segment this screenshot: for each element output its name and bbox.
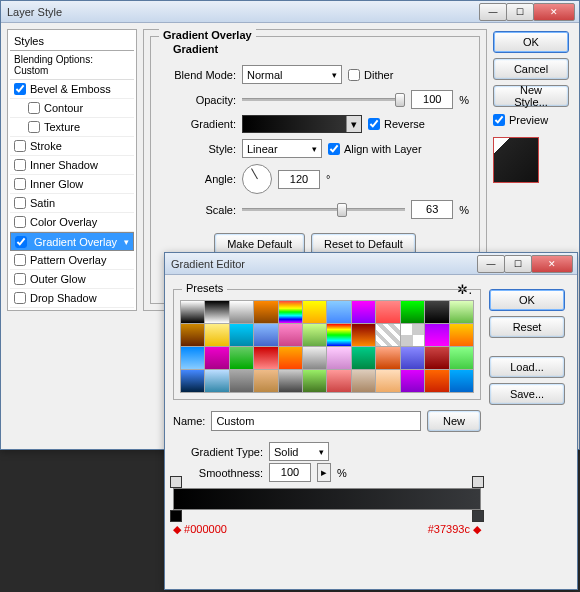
align-checkbox[interactable] <box>328 143 340 155</box>
close-button[interactable]: ✕ <box>533 3 575 21</box>
style-item-contour[interactable]: Contour <box>10 99 134 118</box>
preset-swatch[interactable] <box>352 370 375 392</box>
opacity-slider[interactable] <box>242 92 405 108</box>
preset-swatch[interactable] <box>352 324 375 346</box>
preset-swatch[interactable] <box>401 301 424 323</box>
style-item-drop-shadow[interactable]: Drop Shadow <box>10 289 134 308</box>
style-checkbox[interactable] <box>14 140 26 152</box>
style-item-pattern-overlay[interactable]: Pattern Overlay <box>10 251 134 270</box>
style-checkbox[interactable] <box>14 292 26 304</box>
preset-swatch[interactable] <box>230 370 253 392</box>
ge-maximize-button[interactable]: ☐ <box>504 255 532 273</box>
color-stop-right[interactable] <box>472 510 484 522</box>
style-checkbox[interactable] <box>28 102 40 114</box>
ge-save-button[interactable]: Save... <box>489 383 565 405</box>
presets-menu-icon[interactable]: ✲. <box>457 282 472 297</box>
preset-swatch[interactable] <box>279 324 302 346</box>
style-checkbox[interactable] <box>14 254 26 266</box>
preset-swatch[interactable] <box>254 301 277 323</box>
style-item-color-overlay[interactable]: Color Overlay <box>10 213 134 232</box>
new-style-button[interactable]: New Style... <box>493 85 569 107</box>
ge-close-button[interactable]: ✕ <box>531 255 573 273</box>
preset-swatch[interactable] <box>376 301 399 323</box>
gradient-bar[interactable] <box>173 488 481 510</box>
scale-slider[interactable] <box>242 202 405 218</box>
style-checkbox[interactable] <box>14 216 26 228</box>
preset-swatch[interactable] <box>230 301 253 323</box>
style-checkbox[interactable] <box>14 159 26 171</box>
preset-swatch[interactable] <box>425 347 448 369</box>
style-checkbox[interactable] <box>14 273 26 285</box>
preset-swatch[interactable] <box>425 370 448 392</box>
preset-swatch[interactable] <box>401 370 424 392</box>
style-checkbox[interactable] <box>28 121 40 133</box>
style-item-gradient-overlay[interactable]: Gradient Overlay <box>10 232 134 251</box>
preset-swatch[interactable] <box>376 347 399 369</box>
preset-swatch[interactable] <box>205 347 228 369</box>
angle-input[interactable]: 120 <box>278 170 320 189</box>
preset-swatch[interactable] <box>181 301 204 323</box>
styles-header[interactable]: Styles <box>10 32 134 51</box>
preset-swatch[interactable] <box>205 370 228 392</box>
ge-titlebar[interactable]: Gradient Editor — ☐ ✕ <box>165 253 577 275</box>
preset-swatch[interactable] <box>205 324 228 346</box>
blending-options[interactable]: Blending Options: Custom <box>10 51 134 80</box>
smooth-input[interactable]: 100 <box>269 463 311 482</box>
angle-dial[interactable] <box>242 164 272 194</box>
preset-swatch[interactable] <box>254 324 277 346</box>
preset-swatch[interactable] <box>327 301 350 323</box>
style-item-inner-shadow[interactable]: Inner Shadow <box>10 156 134 175</box>
preset-swatch[interactable] <box>450 301 473 323</box>
dither-checkbox[interactable] <box>348 69 360 81</box>
preset-swatch[interactable] <box>303 370 326 392</box>
ge-reset-button[interactable]: Reset <box>489 316 565 338</box>
preset-swatch[interactable] <box>450 324 473 346</box>
preset-swatch[interactable] <box>181 370 204 392</box>
preset-swatch[interactable] <box>425 301 448 323</box>
preset-swatch[interactable] <box>230 347 253 369</box>
preset-swatch[interactable] <box>254 370 277 392</box>
reverse-checkbox[interactable] <box>368 118 380 130</box>
scale-input[interactable]: 63 <box>411 200 453 219</box>
smooth-flyout-icon[interactable]: ▸ <box>317 463 331 482</box>
new-button[interactable]: New <box>427 410 481 432</box>
preset-swatch[interactable] <box>327 370 350 392</box>
preset-swatch[interactable] <box>205 301 228 323</box>
style-select[interactable]: Linear <box>242 139 322 158</box>
preset-swatch[interactable] <box>279 370 302 392</box>
preset-swatch[interactable] <box>376 370 399 392</box>
ge-ok-button[interactable]: OK <box>489 289 565 311</box>
preset-swatch[interactable] <box>376 324 399 346</box>
opacity-stop-right[interactable] <box>472 476 484 488</box>
preset-swatch[interactable] <box>181 324 204 346</box>
style-checkbox[interactable] <box>15 236 27 248</box>
preset-swatch[interactable] <box>230 324 253 346</box>
color-stop-left[interactable] <box>170 510 182 522</box>
ge-load-button[interactable]: Load... <box>489 356 565 378</box>
style-checkbox[interactable] <box>14 178 26 190</box>
style-checkbox[interactable] <box>14 83 26 95</box>
preset-swatch[interactable] <box>425 324 448 346</box>
style-item-satin[interactable]: Satin <box>10 194 134 213</box>
preview-checkbox[interactable] <box>493 114 505 126</box>
preset-swatch[interactable] <box>450 347 473 369</box>
preset-swatch[interactable] <box>303 347 326 369</box>
style-item-stroke[interactable]: Stroke <box>10 137 134 156</box>
preset-swatch[interactable] <box>254 347 277 369</box>
preset-swatch[interactable] <box>401 324 424 346</box>
style-item-bevel-emboss[interactable]: Bevel & Emboss <box>10 80 134 99</box>
ok-button[interactable]: OK <box>493 31 569 53</box>
style-item-outer-glow[interactable]: Outer Glow <box>10 270 134 289</box>
preset-swatch[interactable] <box>303 324 326 346</box>
minimize-button[interactable]: — <box>479 3 507 21</box>
gtype-select[interactable]: Solid <box>269 442 329 461</box>
preset-swatch[interactable] <box>327 347 350 369</box>
maximize-button[interactable]: ☐ <box>506 3 534 21</box>
preset-swatch[interactable] <box>279 301 302 323</box>
name-input[interactable] <box>211 411 421 431</box>
titlebar[interactable]: Layer Style — ☐ ✕ <box>1 1 579 23</box>
opacity-stop-left[interactable] <box>170 476 182 488</box>
ge-minimize-button[interactable]: — <box>477 255 505 273</box>
preset-swatch[interactable] <box>181 347 204 369</box>
opacity-input[interactable]: 100 <box>411 90 453 109</box>
